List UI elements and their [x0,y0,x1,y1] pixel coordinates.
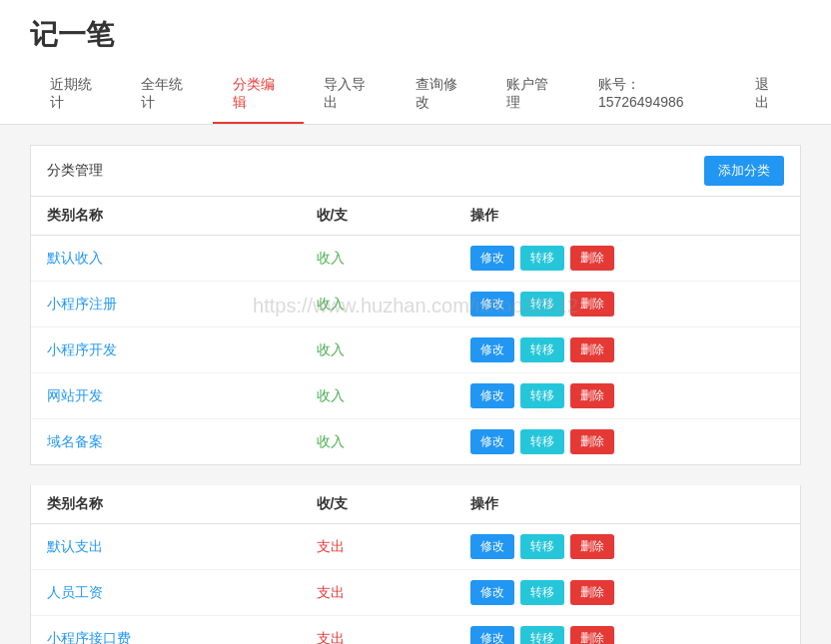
income-delete-btn-3[interactable]: 删除 [570,383,614,408]
income-delete-btn-2[interactable]: 删除 [570,337,614,362]
income-delete-btn-4[interactable]: 删除 [570,429,614,454]
nav-import-export[interactable]: 导入导出 [304,66,395,124]
expense-action-group-1: 修改 转移 删除 [470,580,785,605]
expense-edit-btn-1[interactable]: 修改 [470,580,514,605]
expense-transfer-btn-0[interactable]: 转移 [520,534,564,559]
income-row-type-1: 收入 [317,296,345,312]
income-action-group-4: 修改 转移 删除 [470,429,785,454]
table-row: 小程序注册 收入 修改 转移 删除 [31,282,800,327]
site-title: 记一笔 [30,16,801,66]
table-row: 网站开发 收入 修改 转移 删除 [31,373,800,419]
income-transfer-btn-4[interactable]: 转移 [520,429,564,454]
expense-col-name: 类别名称 [31,485,301,524]
table-row: 默认收入 收入 修改 转移 删除 [31,236,800,282]
table-row: 域名备案 收入 修改 转移 删除 [31,419,800,465]
income-action-group-1: 修改 转移 删除 [470,292,785,317]
income-row-name-2[interactable]: 小程序开发 [47,341,117,357]
income-edit-btn-2[interactable]: 修改 [470,337,514,362]
expense-delete-btn-2[interactable]: 删除 [570,626,614,644]
nav-yearly-stats[interactable]: 全年统计 [121,66,212,124]
income-col-type: 收/支 [301,197,454,236]
income-transfer-btn-2[interactable]: 转移 [520,337,564,362]
nav-account-number: 账号：15726494986 [578,66,735,124]
expense-row-name-1[interactable]: 人员工资 [47,584,103,600]
expense-transfer-btn-2[interactable]: 转移 [520,626,564,644]
income-col-name: 类别名称 [31,197,301,236]
income-row-name-4[interactable]: 域名备案 [47,433,103,449]
expense-row-type-0: 支出 [317,538,345,554]
income-table-container: 类别名称 收/支 操作 默认收入 收入 修改 转移 删除 小程序注册 [30,197,801,465]
income-edit-btn-0[interactable]: 修改 [470,246,514,271]
income-action-group-0: 修改 转移 删除 [470,246,785,271]
add-category-button[interactable]: 添加分类 [704,156,784,186]
expense-row-name-2[interactable]: 小程序接口费 [47,630,131,645]
income-edit-btn-1[interactable]: 修改 [470,292,514,317]
income-row-name-0[interactable]: 默认收入 [47,250,103,266]
income-transfer-btn-3[interactable]: 转移 [520,383,564,408]
main-nav: 近期统计 全年统计 分类编辑 导入导出 查询修改 账户管理 账号：1572649… [30,66,801,124]
income-action-group-3: 修改 转移 删除 [470,383,785,408]
section-title: 分类管理 [47,162,103,180]
income-row-type-3: 收入 [317,387,345,403]
nav-query-edit[interactable]: 查询修改 [396,66,486,124]
expense-row-type-1: 支出 [317,584,345,600]
nav-account-manage[interactable]: 账户管理 [486,66,577,124]
nav-logout[interactable]: 退出 [735,66,801,124]
income-edit-btn-3[interactable]: 修改 [470,383,514,408]
expense-edit-btn-2[interactable]: 修改 [470,626,514,644]
income-row-name-1[interactable]: 小程序注册 [47,296,117,312]
table-row: 小程序接口费 支出 修改 转移 删除 [31,616,800,645]
expense-edit-btn-0[interactable]: 修改 [470,534,514,559]
expense-col-action: 操作 [454,485,801,524]
income-col-action: 操作 [454,197,801,236]
expense-delete-btn-1[interactable]: 删除 [570,580,614,605]
table-row: 默认支出 支出 修改 转移 删除 [31,524,800,570]
expense-transfer-btn-1[interactable]: 转移 [520,580,564,605]
table-row: 人员工资 支出 修改 转移 删除 [31,570,800,616]
income-row-name-3[interactable]: 网站开发 [47,387,103,403]
expense-col-type: 收/支 [301,485,454,524]
income-transfer-btn-1[interactable]: 转移 [520,292,564,317]
expense-delete-btn-0[interactable]: 删除 [570,534,614,559]
income-table: 类别名称 收/支 操作 默认收入 收入 修改 转移 删除 小程序注册 [31,197,800,464]
expense-table: 类别名称 收/支 操作 默认支出 支出 修改 转移 删除 人员工资 支 [31,485,800,644]
section-header: 分类管理 添加分类 [30,145,801,197]
income-action-group-2: 修改 转移 删除 [470,337,785,362]
table-row: 小程序开发 收入 修改 转移 删除 [31,327,800,373]
expense-row-name-0[interactable]: 默认支出 [47,538,103,554]
expense-table-container: 类别名称 收/支 操作 默认支出 支出 修改 转移 删除 人员工资 支 [30,485,801,644]
income-edit-btn-4[interactable]: 修改 [470,429,514,454]
expense-row-type-2: 支出 [317,630,345,645]
income-delete-btn-0[interactable]: 删除 [570,246,614,271]
income-row-type-0: 收入 [317,250,345,266]
nav-recent-stats[interactable]: 近期统计 [30,66,121,124]
income-transfer-btn-0[interactable]: 转移 [520,246,564,271]
income-delete-btn-1[interactable]: 删除 [570,292,614,317]
expense-action-group-0: 修改 转移 删除 [470,534,785,559]
income-row-type-2: 收入 [317,341,345,357]
expense-action-group-2: 修改 转移 删除 [470,626,785,644]
nav-category-edit[interactable]: 分类编辑 [213,66,304,124]
income-row-type-4: 收入 [317,433,345,449]
